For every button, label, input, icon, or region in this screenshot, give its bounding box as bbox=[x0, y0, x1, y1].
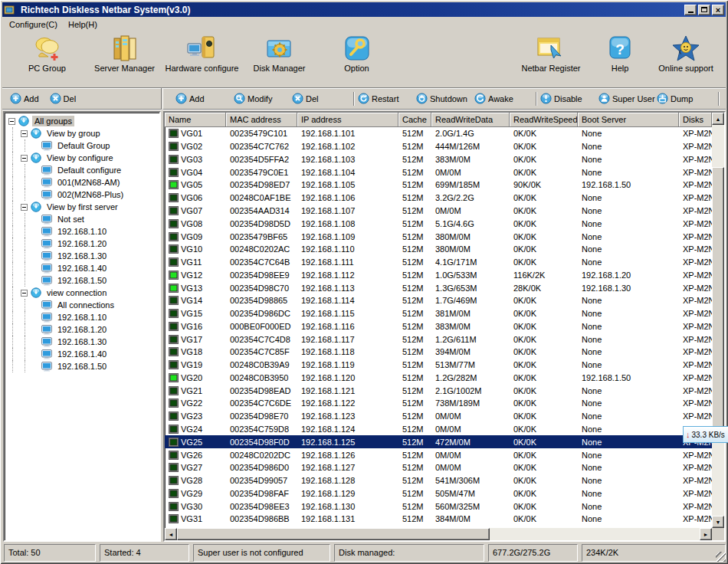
tree-item-192-168-1-50[interactable]: 192.168.1.50 bbox=[7, 360, 159, 372]
tree-item-label[interactable]: All connections bbox=[55, 300, 116, 310]
table-row[interactable]: VG30002354D98EE3192.168.1.130512M560M/32… bbox=[165, 500, 712, 513]
toolbar-pc-group-button[interactable]: PC Group bbox=[8, 34, 86, 82]
table-row[interactable]: VG31002354D986BB192.168.1.131512M384M/0M… bbox=[165, 513, 712, 526]
tree-expand-toggle[interactable] bbox=[21, 155, 28, 162]
table-row[interactable]: VG03002354D5FFA2192.168.1.103512M383M/0M… bbox=[165, 153, 712, 166]
table-row[interactable]: VG13002354D98C70192.168.1.113512M1.3G/65… bbox=[165, 281, 712, 294]
scroll-right-button[interactable]: ► bbox=[700, 528, 712, 540]
scroll-down-button[interactable]: ▼ bbox=[712, 516, 724, 528]
table-row[interactable]: VG22002354C7C6DE192.168.1.122512M738M/18… bbox=[165, 397, 712, 410]
modify-button[interactable]: Modify bbox=[234, 91, 292, 107]
tree-item-label[interactable]: Default configure bbox=[55, 165, 123, 175]
tree-item-not-set[interactable]: Not set bbox=[7, 213, 159, 225]
tree-item-label[interactable]: 192.168.1.30 bbox=[55, 251, 109, 261]
tree-item-label[interactable]: 192.168.1.50 bbox=[55, 275, 109, 286]
table-row[interactable]: VG16000BE0F000ED192.168.1.116512M383M/0M… bbox=[165, 320, 712, 333]
table-row[interactable]: VG2600248C0202DC192.168.1.126512M0M/0M0K… bbox=[165, 448, 712, 461]
tree-expand-toggle[interactable] bbox=[21, 204, 28, 211]
resize-grip[interactable] bbox=[716, 552, 726, 562]
tree-item-label[interactable]: 192.168.1.20 bbox=[55, 324, 109, 335]
tree-item-label[interactable]: 192.168.1.30 bbox=[55, 336, 109, 347]
tree-item-label[interactable]: 192.168.1.40 bbox=[55, 349, 109, 359]
table-row[interactable]: VG0600248C0AF1BE192.168.1.106512M3.2G/2.… bbox=[165, 192, 712, 205]
menu-help-h[interactable]: Help(H) bbox=[64, 18, 103, 31]
column-header-ip-address[interactable]: IP address bbox=[297, 113, 398, 127]
toolbar-hardware-configure-button[interactable]: Hardware configure bbox=[163, 34, 241, 82]
tree-item-192-168-1-20[interactable]: 192.168.1.20 bbox=[7, 323, 159, 336]
table-row[interactable]: VG25002354D98F0D192.168.1.125512M472M/0M… bbox=[165, 435, 712, 448]
table-row[interactable]: VG1000248C0202AC192.168.1.110512M380M/0M… bbox=[165, 243, 712, 256]
tree-item-label[interactable]: View by first server bbox=[44, 202, 120, 212]
tree-item-label[interactable]: view connection bbox=[44, 287, 109, 298]
tree-item-default-configure[interactable]: Default configure bbox=[7, 164, 159, 176]
del-button[interactable]: Del bbox=[292, 91, 350, 107]
table-row[interactable]: VG28002354D99057192.168.1.128512M541M/30… bbox=[165, 474, 712, 487]
minimize-button[interactable] bbox=[684, 5, 697, 15]
maximize-button[interactable] bbox=[698, 5, 710, 15]
vertical-scroll-thumb[interactable] bbox=[712, 167, 724, 428]
table-row[interactable]: VG14002354D98865192.168.1.114512M1.7G/46… bbox=[165, 294, 712, 307]
table-row[interactable]: VG17002354C7C4D8192.168.1.117512M1.2G/61… bbox=[165, 333, 712, 346]
menu-configure-c[interactable]: Configure(C) bbox=[5, 18, 64, 31]
tree-item-192-168-1-50[interactable]: 192.168.1.50 bbox=[7, 274, 159, 287]
table-row[interactable]: VG18002354C7C85F192.168.1.118512M394M/0M… bbox=[165, 346, 712, 359]
table-row[interactable]: VG23002354D98E70192.168.1.123512M0M/0M0K… bbox=[165, 410, 712, 423]
table-row[interactable]: VG11002354C7C64B192.168.1.111512M4.1G/17… bbox=[165, 256, 712, 269]
tree-item-label[interactable]: View by group bbox=[44, 128, 103, 139]
column-header-name[interactable]: Name bbox=[165, 113, 226, 127]
tree-item-label[interactable]: 192.168.1.50 bbox=[55, 361, 109, 372]
tree-item-view-by-first-server[interactable]: View by first server bbox=[7, 201, 159, 213]
column-header-cache[interactable]: Cache bbox=[398, 113, 431, 127]
table-row[interactable]: VG02002354C7C762192.168.1.102512M444M/12… bbox=[165, 140, 712, 153]
table-row[interactable]: VG24002354C759D8192.168.1.124512M0M/0M0K… bbox=[165, 423, 712, 436]
toolbar-disk-manager-button[interactable]: Disk Manager bbox=[241, 34, 318, 82]
table-row[interactable]: VG0400235479C0E1192.168.1.104512M0M/0M0K… bbox=[165, 166, 712, 179]
scroll-up-button[interactable]: ▲ bbox=[712, 113, 724, 125]
tree-item-192-168-1-10[interactable]: 192.168.1.10 bbox=[7, 311, 159, 323]
column-header-boot-server[interactable]: Boot Server bbox=[578, 113, 679, 127]
table-row[interactable]: VG2000248C0B3950192.168.1.120512M1.2G/28… bbox=[165, 372, 712, 385]
column-header-readwritespeed[interactable]: ReadWriteSpeed bbox=[510, 113, 578, 127]
scroll-left-button[interactable]: ◄ bbox=[165, 528, 177, 540]
tree-item-label[interactable]: Default Group bbox=[55, 140, 112, 151]
tree-item-all-groups[interactable]: All groups bbox=[7, 115, 159, 127]
column-header-mac-address[interactable]: MAC address bbox=[226, 113, 297, 127]
tree-item-label[interactable]: 192.168.1.10 bbox=[55, 226, 109, 237]
vertical-scrollbar[interactable]: ▲ ▼ bbox=[712, 113, 724, 528]
tree-item-label[interactable]: 001(M2N68-AM) bbox=[55, 177, 122, 188]
tree-expand-toggle[interactable] bbox=[8, 118, 15, 125]
disable-button[interactable]: Disable bbox=[540, 91, 598, 107]
tree-item-default-group[interactable]: Default Group bbox=[7, 139, 159, 152]
tree-item-label[interactable]: 192.168.1.20 bbox=[55, 238, 109, 249]
tree-item-label[interactable]: 002(M2N68-Plus) bbox=[55, 189, 126, 200]
tree-item-192-168-1-40[interactable]: 192.168.1.40 bbox=[7, 348, 159, 360]
tree-expand-toggle[interactable] bbox=[21, 130, 28, 137]
awake-button[interactable]: Awake bbox=[474, 91, 533, 107]
table-row[interactable]: VG12002354D98EE9192.168.1.112512M1.0G/53… bbox=[165, 268, 712, 281]
toolbar-netbar-register-button[interactable]: Netbar Register bbox=[513, 34, 589, 82]
toolbar-online-support-button[interactable]: Online support bbox=[651, 34, 721, 82]
dump-button[interactable]: Dump bbox=[657, 91, 715, 107]
tree-item-label[interactable]: Not set bbox=[55, 214, 87, 225]
toolbar-help-button[interactable]: ?Help bbox=[589, 34, 651, 82]
tree-item-label[interactable]: 192.168.1.40 bbox=[55, 263, 109, 274]
table-row[interactable]: VG1900248C0B39A9192.168.1.119512M513M/77… bbox=[165, 359, 712, 372]
restart-button[interactable]: Restart bbox=[358, 91, 416, 107]
table-row[interactable]: VG29002354D98FAF192.168.1.129512M505M/47… bbox=[165, 487, 712, 500]
tree-expand-toggle[interactable] bbox=[21, 290, 28, 297]
tree-item-192-168-1-20[interactable]: 192.168.1.20 bbox=[7, 238, 159, 250]
tree-item-all-connections[interactable]: All connections bbox=[7, 299, 159, 311]
tree-item-001-m2n68-am[interactable]: 001(M2N68-AM) bbox=[7, 176, 159, 189]
horizontal-scrollbar[interactable]: ◄ ► bbox=[165, 528, 712, 540]
table-row[interactable]: VG15002354D986DC192.168.1.115512M381M/0M… bbox=[165, 307, 712, 320]
table-row[interactable]: VG08002354D98D5D192.168.1.108512M5.1G/4.… bbox=[165, 217, 712, 230]
add-button[interactable]: Add bbox=[175, 91, 234, 107]
table-row[interactable]: VG05002354D98ED7192.168.1.105512M699M/18… bbox=[165, 179, 712, 192]
table-row[interactable]: VG27002354D986D0192.168.1.127512M0M/0M0K… bbox=[165, 461, 712, 474]
horizontal-scroll-thumb[interactable] bbox=[177, 528, 490, 540]
super-user-button[interactable]: Super User bbox=[598, 91, 657, 107]
shutdown-button[interactable]: Shutdown bbox=[416, 91, 474, 107]
del-button[interactable]: Del bbox=[50, 91, 77, 107]
tree-item-label[interactable]: 192.168.1.10 bbox=[55, 312, 109, 323]
column-header-disks[interactable]: Disks bbox=[679, 113, 712, 127]
